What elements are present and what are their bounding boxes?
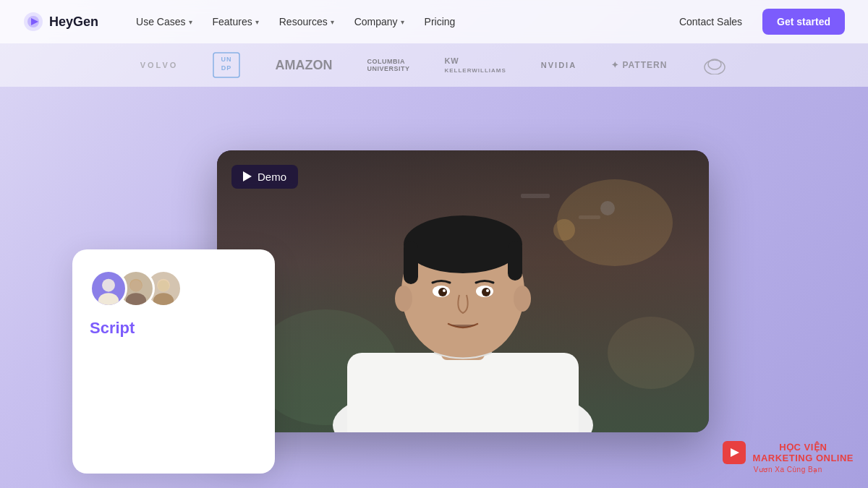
nav-company[interactable]: Company ▾: [346, 10, 413, 33]
video-demo-card[interactable]: Demo: [217, 150, 709, 432]
demo-badge[interactable]: Demo: [231, 165, 298, 189]
script-card: Script: [72, 249, 275, 474]
partner-columbia: ColumbiaUniversity: [367, 58, 409, 72]
svg-point-36: [486, 289, 489, 292]
play-icon: [243, 171, 252, 181]
chevron-down-icon: ▾: [255, 18, 259, 26]
svg-point-19: [608, 317, 694, 389]
nav-features[interactable]: Features ▾: [204, 10, 268, 33]
partners-bar: VOLVO UN DP amazon ColumbiaUniversity KW…: [0, 43, 868, 87]
nav-pricing[interactable]: Pricing: [416, 10, 464, 33]
partner-kw: KWKELLERWILLIAMS: [444, 56, 506, 74]
svg-rect-29: [404, 241, 418, 284]
contact-sales-link[interactable]: Contact Sales: [671, 10, 751, 33]
svg-rect-20: [521, 194, 550, 198]
svg-point-9: [98, 293, 119, 307]
watermark-line1: HỌC VIỆN: [753, 442, 854, 453]
svg-rect-21: [579, 215, 600, 219]
watermark: HỌC VIỆN MARKETING ONLINE Vươn Xa Cùng B…: [723, 441, 854, 474]
svg-point-13: [130, 281, 142, 292]
nav-links: Use Cases ▾ Features ▾ Resources ▾ Compa…: [127, 10, 671, 33]
chevron-down-icon: ▾: [331, 18, 334, 26]
svg-rect-25: [347, 353, 579, 432]
main-content: Script: [0, 87, 868, 488]
svg-point-12: [126, 293, 146, 307]
svg-point-16: [158, 281, 169, 292]
watermark-logo: HỌC VIỆN MARKETING ONLINE: [723, 441, 854, 464]
partner-amazon: amazon: [275, 58, 332, 73]
nav-use-cases[interactable]: Use Cases ▾: [127, 10, 200, 33]
svg-rect-30: [508, 241, 522, 281]
svg-point-23: [600, 201, 615, 215]
svg-marker-39: [731, 448, 739, 457]
svg-point-37: [395, 286, 412, 312]
person-figure: [217, 150, 709, 432]
svg-point-28: [404, 215, 522, 273]
avatar-1: [90, 270, 127, 307]
logo[interactable]: HeyGen: [23, 12, 98, 32]
svg-point-38: [514, 286, 531, 312]
video-placeholder: Demo: [217, 150, 709, 432]
brand-name: HeyGen: [49, 14, 98, 30]
chevron-down-icon: ▾: [189, 18, 192, 26]
navbar: HeyGen Use Cases ▾ Features ▾ Resources …: [0, 0, 868, 43]
watermark-icon: [723, 441, 746, 464]
svg-text:UN: UN: [221, 56, 232, 63]
nav-right: Contact Sales Get started: [671, 9, 845, 35]
partner-undp: UN DP: [213, 52, 240, 78]
svg-text:DP: DP: [221, 64, 232, 72]
avatar-group: [90, 270, 258, 307]
partner-pattern: ✦ pattern: [611, 60, 667, 70]
svg-point-33: [438, 288, 447, 296]
logo-icon: [23, 12, 43, 32]
script-label: Script: [90, 319, 258, 338]
watermark-line2: MARKETING ONLINE: [753, 453, 854, 463]
svg-point-35: [443, 289, 446, 292]
svg-point-34: [482, 288, 490, 296]
svg-point-10: [102, 279, 115, 292]
get-started-button[interactable]: Get started: [762, 9, 845, 35]
partner-salesforce: [702, 54, 728, 77]
svg-point-6: [705, 60, 725, 74]
svg-point-17: [557, 179, 673, 266]
watermark-line3: Vươn Xa Cùng Bạn: [723, 466, 854, 474]
demo-label: Demo: [258, 171, 286, 183]
nav-resources[interactable]: Resources ▾: [271, 10, 343, 33]
svg-point-22: [553, 219, 575, 241]
chevron-down-icon: ▾: [401, 18, 404, 26]
svg-point-7: [708, 59, 721, 69]
partner-volvo: VOLVO: [140, 61, 179, 69]
svg-point-15: [153, 293, 174, 307]
partner-nvidia: NVIDIA: [541, 61, 576, 69]
